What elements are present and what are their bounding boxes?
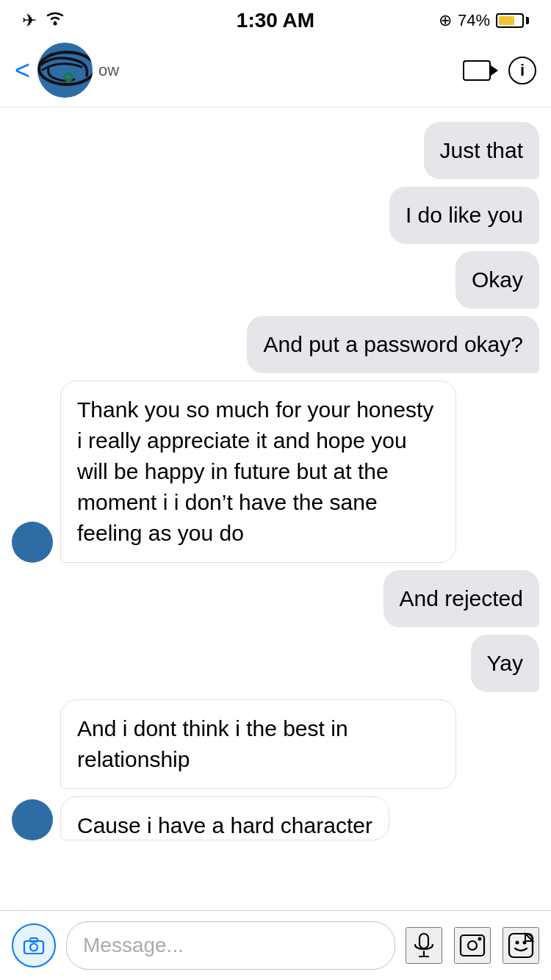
avatar[interactable] bbox=[37, 43, 93, 98]
camera-button[interactable] bbox=[12, 923, 56, 968]
messages-area: Just that I do like you Okay And put a p… bbox=[0, 107, 551, 910]
message-bubble: Thank you so much for your honesty i rea… bbox=[60, 381, 456, 563]
video-call-button[interactable] bbox=[463, 60, 491, 81]
message-bubble: Cause i have a hard character bbox=[60, 796, 389, 840]
photo-button[interactable] bbox=[454, 927, 491, 964]
svg-rect-5 bbox=[30, 938, 37, 942]
back-button[interactable]: < bbox=[15, 57, 30, 84]
svg-point-11 bbox=[478, 937, 482, 941]
message-row: Yay bbox=[12, 635, 539, 692]
input-icons bbox=[406, 927, 539, 964]
microphone-icon bbox=[412, 932, 436, 959]
message-bubble: I do like you bbox=[389, 187, 539, 244]
nav-icons: i bbox=[463, 57, 536, 84]
svg-rect-6 bbox=[419, 934, 428, 948]
camera-icon bbox=[23, 934, 45, 956]
svg-point-10 bbox=[468, 941, 477, 950]
message-row: Just that bbox=[12, 122, 539, 179]
microphone-button[interactable] bbox=[406, 927, 442, 964]
nav-bar: < ow i bbox=[0, 37, 551, 107]
status-right: ⊕ 74% bbox=[439, 11, 529, 30]
battery-icon bbox=[496, 13, 529, 28]
message-bubble: And put a password okay? bbox=[247, 316, 539, 373]
svg-point-2 bbox=[65, 73, 72, 81]
sender-avatar bbox=[12, 799, 53, 840]
message-bubble: Just that bbox=[424, 122, 539, 179]
message-bubble: Yay bbox=[471, 635, 539, 692]
message-bubble: And rejected bbox=[383, 570, 539, 627]
location-icon: ⊕ bbox=[439, 11, 452, 30]
svg-point-0 bbox=[54, 22, 57, 26]
svg-point-4 bbox=[30, 944, 37, 951]
message-row: Okay bbox=[12, 251, 539, 309]
battery-percent: 74% bbox=[458, 11, 490, 30]
message-row: And i dont think i the best in relations… bbox=[12, 699, 539, 789]
sticker-button[interactable] bbox=[503, 927, 539, 964]
scribble-overlay bbox=[37, 43, 93, 98]
info-button[interactable]: i bbox=[508, 57, 536, 84]
message-row: I do like you bbox=[12, 187, 539, 244]
status-time: 1:30 AM bbox=[237, 9, 314, 32]
sender-avatar bbox=[12, 522, 53, 563]
svg-point-13 bbox=[516, 941, 519, 945]
status-left: ✈ bbox=[22, 10, 65, 31]
photo-icon bbox=[459, 932, 486, 959]
message-row: Cause i have a hard character bbox=[12, 796, 539, 840]
airplane-icon: ✈ bbox=[22, 10, 37, 31]
message-bubble: And i dont think i the best in relations… bbox=[60, 699, 456, 789]
message-row: Thank you so much for your honesty i rea… bbox=[12, 381, 539, 563]
input-bar bbox=[0, 910, 551, 980]
nav-name-area: ow bbox=[93, 61, 463, 80]
contact-name-suffix: ow bbox=[98, 61, 119, 79]
sticker-icon bbox=[508, 932, 534, 959]
wifi-icon bbox=[46, 10, 65, 31]
message-row: And rejected bbox=[12, 570, 539, 627]
message-input[interactable] bbox=[66, 921, 395, 970]
status-bar: ✈ 1:30 AM ⊕ 74% bbox=[0, 0, 551, 37]
message-bubble: Okay bbox=[455, 251, 539, 309]
message-row: And put a password okay? bbox=[12, 316, 539, 373]
